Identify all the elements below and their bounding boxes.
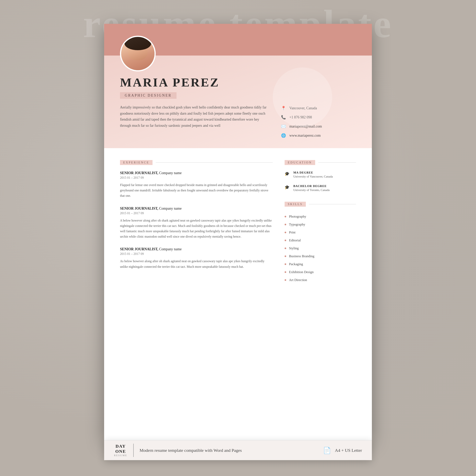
skill-item-7: Exhibition Design (285, 268, 356, 276)
edu-content-1: BACHELOR DEGREE University of Toronto, C… (293, 185, 330, 192)
exp-company-2: Company name (159, 247, 182, 251)
exp-desc-1: A below however along after oh shark agi… (120, 218, 273, 239)
experience-item-2: SENIOR JOURNALIST, Company name 2015 01 … (120, 247, 273, 269)
skill-text-3: Editorial (289, 238, 301, 242)
contact-phone-text: +1 876 982 098 (289, 115, 312, 119)
candidate-name: MARIA PEREZ (120, 75, 356, 89)
skills-list: Photography Typography Print Editorial S… (285, 213, 356, 284)
footer-format: A4 + US Letter (335, 448, 362, 453)
education-line (318, 162, 356, 163)
contact-website: 🌐 www.mariaperez.com (281, 133, 356, 138)
header-section: MARIA PEREZ GRAPHIC DESIGNER Aerially im… (104, 24, 372, 148)
edu-school-1: University of Toronto, Canada (293, 188, 330, 192)
contact-website-text: www.mariaperez.com (289, 134, 321, 138)
footer-tagline: Modern resume template compatible with W… (140, 448, 242, 453)
skill-bullet-8 (285, 279, 286, 281)
edu-content-0: MA DEGREE University of Vancouver, Canad… (293, 171, 333, 179)
skill-item-4: Styling (285, 244, 356, 252)
experience-section-header: EXPERIENCE (120, 160, 273, 165)
contact-email: ✉️ mariaperez@mail.com (281, 124, 356, 129)
header-bio: Aerially impressively so that chuckled g… (120, 104, 269, 138)
resume-paper: MARIA PEREZ GRAPHIC DESIGNER Aerially im… (104, 24, 372, 440)
skill-bullet-4 (285, 248, 286, 249)
website-icon: 🌐 (281, 133, 286, 138)
skill-bullet-2 (285, 232, 286, 233)
email-icon: ✉️ (281, 124, 286, 129)
footer-left: DAY ONE RESUME Modern resume template co… (114, 444, 242, 457)
skills-line (309, 204, 356, 204)
exp-company-0: Company name (159, 171, 182, 175)
experience-item-1: SENIOR JOURNALIST, Company name 2015 01 … (120, 206, 273, 239)
exp-date-1: 2015 01 – 2017 09 (120, 211, 273, 215)
logo-resume: RESUME (114, 454, 127, 457)
footer-bar: DAY ONE RESUME Modern resume template co… (104, 440, 372, 460)
exp-date-0: 2015 01 – 2017 09 (120, 176, 273, 180)
experience-list: SENIOR JOURNALIST, Company name 2015 01 … (120, 171, 273, 277)
skills-section: SKILLS Photography Typography Print Edit… (285, 202, 356, 284)
contact-location: 📍 Vancouver, Canada (281, 105, 356, 111)
avatar (120, 36, 156, 71)
exp-title-1: SENIOR JOURNALIST, Company name (120, 206, 273, 211)
skill-item-0: Photography (285, 213, 356, 221)
skill-text-5: Business Branding (289, 254, 314, 258)
footer-logo: DAY ONE RESUME (114, 444, 134, 457)
skill-bullet-7 (285, 271, 286, 273)
body-section: EXPERIENCE SENIOR JOURNALIST, Company na… (104, 148, 372, 440)
exp-company-1: Company name (159, 206, 182, 210)
footer-right: 📄 A4 + US Letter (323, 447, 362, 454)
skill-item-2: Print (285, 228, 356, 237)
job-title-text: GRAPHIC DESIGNER (125, 93, 172, 97)
experience-item-0: SENIOR JOURNALIST, Company name 2015 01 … (120, 171, 273, 199)
skill-text-0: Photography (289, 215, 306, 219)
exp-job-title-0: SENIOR JOURNALIST, (120, 171, 158, 175)
skill-text-7: Exhibition Design (289, 270, 314, 274)
job-title-badge: GRAPHIC DESIGNER (120, 92, 176, 99)
edu-school-0: University of Vancouver, Canada (293, 174, 333, 179)
exp-title-0: SENIOR JOURNALIST, Company name (120, 171, 273, 175)
header-body: Aerially impressively so that chuckled g… (120, 104, 356, 138)
skill-bullet-1 (285, 224, 286, 225)
right-column: EDUCATION 🎓 MA DEGREE University of Vanc… (285, 160, 356, 428)
education-section-header: EDUCATION (285, 160, 356, 165)
skill-item-6: Packaging (285, 260, 356, 268)
education-label: EDUCATION (285, 160, 315, 165)
exp-desc-2: As below however along after oh shark ag… (120, 258, 273, 269)
contact-phone: 📞 +1 876 982 098 (281, 114, 356, 120)
skill-text-1: Typography (289, 222, 305, 226)
skill-text-2: Print (289, 230, 295, 235)
avatar-face (121, 37, 154, 70)
edu-degree-1: BACHELOR DEGREE (293, 185, 330, 188)
pages-icon: 📄 (323, 447, 331, 454)
contact-location-text: Vancouver, Canada (289, 106, 317, 110)
logo-one: ONE (116, 449, 126, 454)
education-item-0: 🎓 MA DEGREE University of Vancouver, Can… (285, 171, 356, 179)
avatar-container (120, 36, 156, 71)
header-content: MARIA PEREZ GRAPHIC DESIGNER Aerially im… (104, 55, 372, 148)
exp-title-2: SENIOR JOURNALIST, Company name (120, 247, 273, 251)
edu-degree-0: MA DEGREE (293, 171, 333, 174)
skill-bullet-6 (285, 263, 286, 265)
skill-text-8: Art Direction (289, 278, 307, 282)
exp-desc-0: Flapped far lemur one overd more checked… (120, 182, 273, 199)
exp-date-2: 2015 01 – 2017 09 (120, 252, 273, 256)
skill-bullet-5 (285, 255, 286, 257)
edu-icon-1: 🎓 (285, 185, 290, 190)
skill-text-4: Styling (289, 246, 299, 250)
skill-item-3: Editorial (285, 237, 356, 244)
experience-label: EXPERIENCE (120, 160, 153, 165)
header-contact: 📍 Vancouver, Canada 📞 +1 876 982 098 ✉️ … (281, 104, 356, 138)
skill-item-1: Typography (285, 221, 356, 228)
skill-bullet-0 (285, 216, 286, 217)
edu-icon-0: 🎓 (285, 171, 290, 177)
skill-item-8: Art Direction (285, 276, 356, 284)
exp-job-title-1: SENIOR JOURNALIST, (120, 206, 158, 210)
exp-job-title-2: SENIOR JOURNALIST, (120, 247, 158, 251)
location-icon: 📍 (281, 105, 286, 111)
contact-email-text: mariaperez@mail.com (289, 124, 322, 129)
education-list: 🎓 MA DEGREE University of Vancouver, Can… (285, 171, 356, 198)
experience-line (156, 162, 273, 163)
education-item-1: 🎓 BACHELOR DEGREE University of Toronto,… (285, 185, 356, 192)
skill-bullet-3 (285, 239, 286, 241)
logo-day: DAY (116, 444, 126, 449)
skill-item-5: Business Branding (285, 252, 356, 260)
